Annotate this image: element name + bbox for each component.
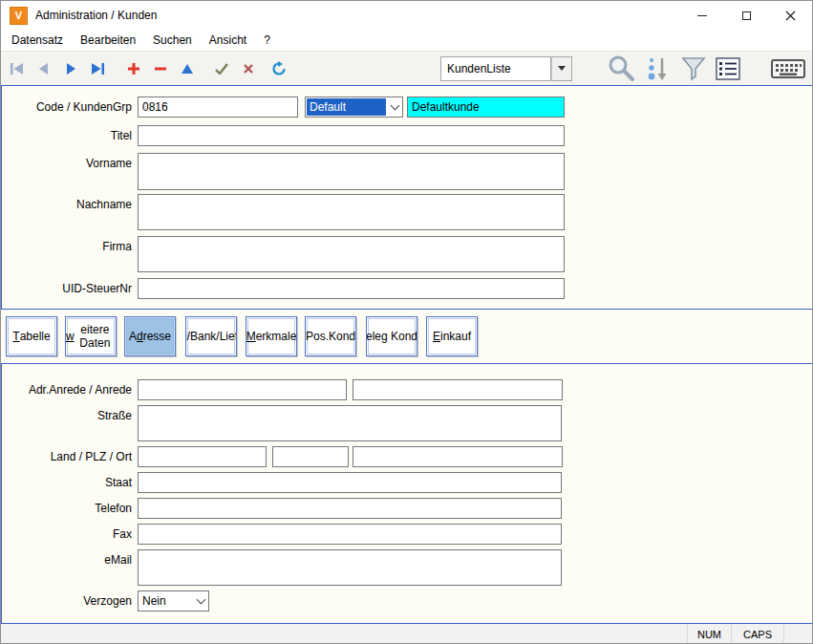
app-icon: V <box>10 7 28 25</box>
verzogen-select-arrow[interactable] <box>193 591 208 611</box>
search-icon <box>607 54 635 83</box>
nachname-label: Nachname <box>1 198 132 211</box>
prev-record-icon <box>37 62 51 75</box>
tab-strip: Tabelle weitere Daten Adresse i/Bank/Lie… <box>1 309 812 364</box>
fax-input[interactable] <box>138 524 562 545</box>
menu-item-bearbeiten[interactable]: Bearbeiten <box>72 31 144 50</box>
email-label: eMail <box>1 553 132 567</box>
kundengrp-name-field[interactable]: Defaultkunde <box>407 97 565 118</box>
close-icon <box>785 11 796 21</box>
tab-tabelle[interactable]: Tabelle <box>6 316 57 356</box>
toolbar: KundenListe <box>1 51 812 85</box>
prev-record-button[interactable] <box>32 56 56 81</box>
land-input[interactable] <box>138 446 267 467</box>
vorname-input[interactable] <box>138 153 565 190</box>
verzogen-select[interactable]: Nein <box>138 590 209 612</box>
menu-item-ansicht[interactable]: Ansicht <box>201 31 255 50</box>
last-record-icon <box>89 62 106 75</box>
titel-input[interactable] <box>138 125 565 146</box>
caps-lock-indicator: CAPS <box>731 624 783 644</box>
vorname-label: Vorname <box>1 157 132 170</box>
kundengrp-select-arrow[interactable] <box>387 97 402 117</box>
staat-label: Staat <box>1 476 132 489</box>
refresh-button[interactable] <box>267 56 291 81</box>
code-input[interactable] <box>138 97 298 118</box>
strasse-label: Straße <box>1 409 132 422</box>
verzogen-select-value: Nein <box>139 592 192 610</box>
strasse-input[interactable] <box>138 405 562 441</box>
view-selector-dropdown-button[interactable] <box>551 56 572 81</box>
window-controls <box>680 1 812 30</box>
status-bar: NUM CAPS <box>1 623 812 644</box>
last-record-button[interactable] <box>85 56 110 81</box>
close-button[interactable] <box>768 1 812 30</box>
list-view-button[interactable] <box>714 54 742 84</box>
kundengrp-select-value: Default <box>307 98 386 116</box>
refresh-icon <box>271 61 287 76</box>
sort-icon <box>645 55 670 82</box>
adr-anrede-input[interactable] <box>138 379 347 400</box>
x-icon <box>243 63 254 75</box>
maximize-button[interactable] <box>724 1 768 30</box>
first-record-button[interactable] <box>5 56 30 81</box>
edit-record-button[interactable] <box>175 56 200 81</box>
filter-funnel-icon <box>681 56 706 81</box>
land-plz-ort-label: Land / PLZ / Ort <box>1 450 132 463</box>
nachname-input[interactable] <box>138 194 565 230</box>
fax-label: Fax <box>1 527 132 541</box>
adr-anrede-label: Adr.Anrede / Anrede <box>1 383 132 397</box>
filter-button[interactable] <box>679 54 708 84</box>
code-kundengrp-label: Code / KundenGrp <box>1 100 132 114</box>
next-record-button[interactable] <box>58 56 83 81</box>
window-title: Administration / Kunden <box>35 9 157 22</box>
status-bar-grip-area <box>783 624 812 644</box>
tab-adresse[interactable]: Adresse <box>124 316 176 356</box>
search-button[interactable] <box>605 54 637 84</box>
menu-item-hilfe[interactable]: ? <box>255 31 279 50</box>
keyboard-button[interactable] <box>770 54 806 84</box>
sort-button[interactable] <box>643 54 672 84</box>
ort-input[interactable] <box>353 446 563 467</box>
tab-einkauf[interactable]: Einkauf <box>426 316 478 356</box>
app-icon-letter: V <box>15 10 22 21</box>
staat-input[interactable] <box>138 472 562 493</box>
tab-pos-kond[interactable]: Pos.Kond <box>305 316 356 356</box>
view-selector[interactable]: KundenListe <box>440 56 572 81</box>
check-icon <box>215 63 228 75</box>
chevron-down-icon <box>196 595 205 605</box>
num-lock-indicator: NUM <box>687 624 731 644</box>
keyboard-icon <box>771 56 805 81</box>
view-selector-value: KundenListe <box>440 56 551 81</box>
post-record-button[interactable] <box>209 56 234 81</box>
cancel-record-button[interactable] <box>236 56 261 81</box>
minimize-button[interactable] <box>680 1 724 30</box>
tab-merkmale[interactable]: Merkmale <box>246 316 297 356</box>
uid-steuernr-input[interactable] <box>138 278 565 299</box>
menu-item-suchen[interactable]: Suchen <box>144 31 201 50</box>
plus-icon <box>127 62 140 75</box>
minus-icon <box>154 62 167 75</box>
triangle-up-icon <box>181 63 194 75</box>
titel-label: Titel <box>1 129 132 142</box>
chevron-down-icon <box>390 101 399 111</box>
telefon-input[interactable] <box>138 498 562 519</box>
tab-bank-lief[interactable]: i/Bank/Lief <box>185 316 237 356</box>
app-window: V Administration / Kunden Datensatz Bear… <box>0 0 813 644</box>
insert-record-button[interactable] <box>121 56 146 81</box>
anrede-input[interactable] <box>353 379 563 400</box>
delete-record-button[interactable] <box>148 56 173 81</box>
menu-bar: Datensatz Bearbeiten Suchen Ansicht ? <box>1 30 812 51</box>
title-bar: V Administration / Kunden <box>1 1 812 30</box>
first-record-icon <box>9 62 26 75</box>
maximize-icon <box>742 11 751 20</box>
email-input[interactable] <box>138 549 562 586</box>
tab-beleg-kond[interactable]: eleg Kond <box>366 316 417 356</box>
firma-input[interactable] <box>138 236 565 272</box>
minimize-icon <box>697 15 707 16</box>
menu-item-datensatz[interactable]: Datensatz <box>3 31 72 50</box>
telefon-label: Telefon <box>1 502 132 515</box>
kundengrp-select[interactable]: Default <box>305 97 403 118</box>
plz-input[interactable] <box>272 446 349 467</box>
next-record-icon <box>64 62 77 75</box>
tab-weitere-daten[interactable]: weitere Daten <box>65 316 117 356</box>
